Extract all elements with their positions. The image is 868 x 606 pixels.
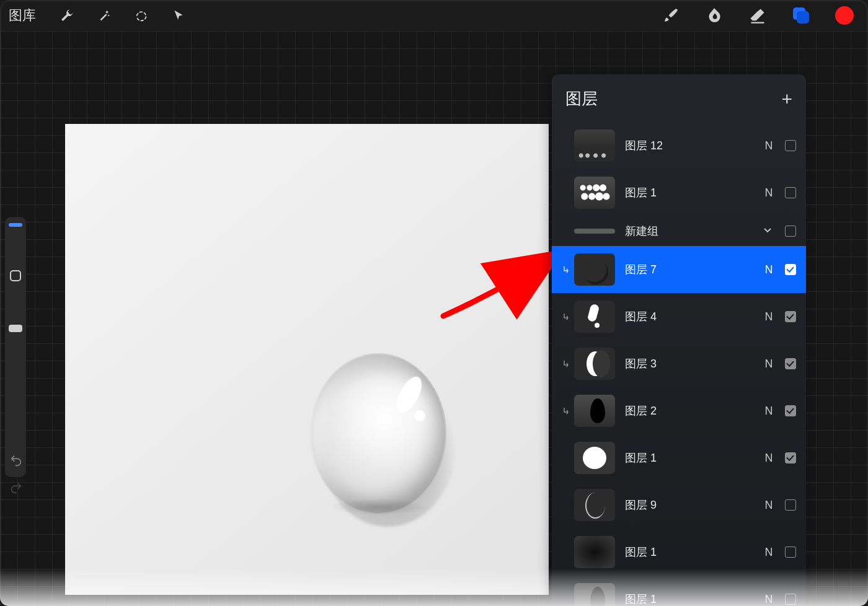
layer-thumbnail[interactable] [574, 177, 615, 209]
layer-thumbnail[interactable] [574, 395, 615, 427]
layer-row[interactable]: 图层 12 N [552, 122, 806, 169]
visibility-checkbox[interactable] [785, 594, 796, 605]
canvas[interactable] [65, 124, 549, 595]
brush-icon[interactable] [656, 1, 686, 30]
layer-thumbnail[interactable] [574, 348, 615, 380]
layer-row[interactable]: 图层 3 N [552, 340, 806, 387]
smudge-icon[interactable] [699, 1, 729, 30]
clip-indent-icon [558, 359, 574, 368]
layer-name-label: 图层 12 [625, 138, 763, 153]
eraser-icon[interactable] [743, 1, 773, 30]
layer-row[interactable]: 图层 2 N [552, 387, 806, 434]
droplet-shape [310, 353, 446, 514]
group-name-label: 新建组 [625, 224, 763, 239]
layer-row[interactable]: 图层 1 N [552, 576, 806, 606]
clip-indent-icon [558, 406, 574, 415]
blend-mode-button[interactable]: N [763, 405, 775, 418]
layer-thumbnail[interactable] [574, 583, 615, 606]
wand-icon[interactable] [91, 2, 118, 29]
visibility-checkbox[interactable] [785, 358, 796, 369]
layer-name-label: 图层 9 [625, 498, 763, 512]
layer-name-label: 图层 3 [625, 356, 763, 371]
blend-mode-button[interactable]: N [763, 546, 775, 559]
blend-mode-button[interactable]: N [763, 187, 775, 200]
layer-name-label: 图层 1 [625, 450, 763, 465]
blend-mode-button[interactable]: N [763, 263, 775, 276]
modifier-button[interactable] [10, 270, 21, 281]
visibility-checkbox[interactable] [785, 311, 796, 322]
layer-row[interactable]: 图层 9 N [552, 481, 806, 529]
layer-row[interactable]: 图层 1 N [552, 529, 806, 576]
wrench-icon[interactable] [53, 2, 81, 29]
workspace[interactable]: 图层 + 图层 12 N 图层 1 N 新建组 [0, 31, 868, 606]
layer-name-label: 图层 1 [625, 592, 763, 606]
layer-list: 图层 12 N 图层 1 N 新建组 图层 7 N 图层 4 [552, 122, 806, 606]
layer-row[interactable]: 图层 7 N [552, 246, 806, 293]
gallery-button[interactable]: 图库 [9, 6, 36, 25]
visibility-checkbox[interactable] [785, 499, 796, 511]
blend-mode-button[interactable]: N [763, 499, 775, 512]
app-root: 图库 [0, 0, 868, 606]
brush-size-slider[interactable] [9, 223, 22, 227]
top-toolbar: 图库 [0, 0, 868, 31]
cursor-icon[interactable] [165, 2, 192, 29]
blend-mode-button[interactable]: N [763, 358, 775, 371]
visibility-checkbox[interactable] [785, 405, 796, 416]
visibility-checkbox[interactable] [785, 264, 796, 275]
layer-thumbnail[interactable] [574, 536, 615, 568]
layer-name-label: 图层 1 [625, 185, 763, 200]
color-swatch[interactable] [830, 1, 859, 30]
blend-mode-button[interactable]: N [763, 593, 775, 606]
undo-icon[interactable] [7, 454, 25, 467]
group-thumbnail [574, 229, 615, 234]
selection-icon[interactable] [128, 2, 155, 29]
layers-panel-title: 图层 [565, 88, 598, 110]
visibility-checkbox[interactable] [785, 452, 796, 463]
blend-mode-button[interactable]: N [763, 310, 775, 323]
layer-thumbnail[interactable] [574, 489, 615, 521]
layer-thumbnail[interactable] [574, 301, 615, 333]
visibility-checkbox[interactable] [785, 547, 796, 558]
left-quickbar [5, 217, 26, 477]
layer-group-row[interactable]: 新建组 [552, 216, 806, 246]
layer-row[interactable]: 图层 1 N [552, 169, 806, 216]
layer-thumbnail[interactable] [574, 130, 615, 162]
chevron-down-icon[interactable] [763, 225, 775, 237]
layer-name-label: 图层 1 [625, 545, 763, 560]
undo-redo-group [7, 454, 25, 494]
layers-panel-header: 图层 + [552, 74, 806, 122]
layer-thumbnail[interactable] [574, 253, 615, 286]
layer-thumbnail[interactable] [574, 442, 615, 474]
layer-row[interactable]: 图层 4 N [552, 293, 806, 340]
layers-panel: 图层 + 图层 12 N 图层 1 N 新建组 [552, 74, 806, 606]
visibility-checkbox[interactable] [785, 140, 796, 151]
clip-indent-icon [558, 312, 574, 321]
layer-row[interactable]: 图层 1 N [552, 434, 806, 481]
opacity-slider[interactable] [9, 325, 22, 332]
blend-mode-button[interactable]: N [763, 139, 775, 152]
layers-icon[interactable] [786, 1, 816, 30]
layer-name-label: 图层 7 [625, 262, 763, 277]
visibility-checkbox[interactable] [785, 187, 796, 198]
clip-indent-icon [558, 265, 574, 274]
blend-mode-button[interactable]: N [763, 452, 775, 465]
redo-icon[interactable] [7, 481, 25, 494]
layer-name-label: 图层 2 [625, 403, 763, 418]
layer-name-label: 图层 4 [625, 309, 763, 324]
visibility-checkbox[interactable] [785, 226, 796, 237]
add-layer-button[interactable]: + [781, 90, 792, 108]
